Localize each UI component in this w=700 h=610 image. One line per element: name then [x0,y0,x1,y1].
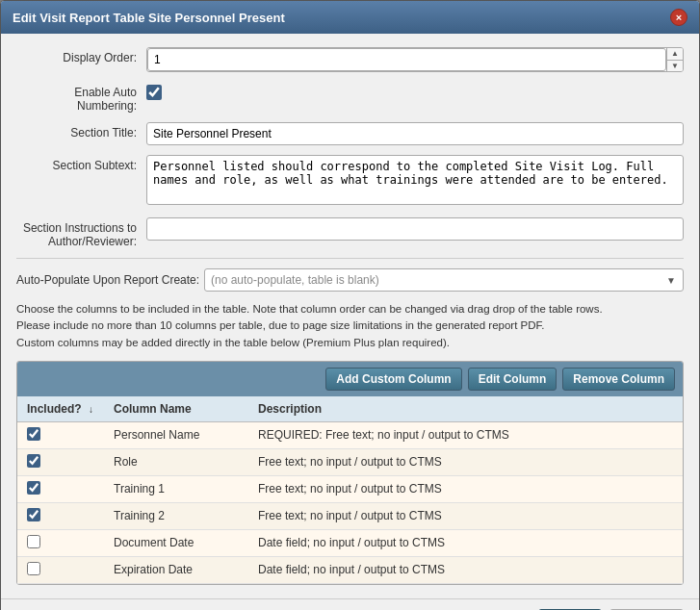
dialog-container: Edit Visit Report Table Site Personnel P… [0,0,700,610]
columns-table: Included? ↓ Column Name Description Pers… [17,396,683,584]
row-column-name-4: Document Date [104,529,248,556]
col-header-description: Description [248,396,683,422]
section-subtext-control: Personnel listed should correspond to th… [146,155,684,208]
section-subtext-input[interactable]: Personnel listed should correspond to th… [146,155,684,205]
section-title-label: Section Title: [16,122,146,140]
section-title-row: Section Title: [16,122,684,145]
enable-auto-numbering-control [146,82,684,103]
table-row: Training 1Free text; no input / output t… [17,475,683,502]
section-instructions-input[interactable] [146,217,684,241]
col-header-included: Included? ↓ [17,396,104,422]
table-header-row: Included? ↓ Column Name Description [17,396,683,422]
spinner-up[interactable]: ▲ [667,48,683,61]
row-included-cell-3 [17,502,104,529]
auto-populate-label: Auto-Populate Upon Report Create: [16,273,204,287]
display-order-input[interactable] [147,48,666,71]
sort-icon: ↓ [89,404,93,415]
row-included-cell-2 [17,475,104,502]
row-description-2: Free text; no input / output to CTMS [248,475,683,502]
col-header-name: Column Name [104,396,248,422]
row-included-cell-4 [17,529,104,556]
spinner-down[interactable]: ▼ [667,61,683,72]
spinner-arrows: ▲ ▼ [666,48,683,71]
row-checkbox-4[interactable] [27,535,40,548]
section-subtext-label: Section Subtext: [16,155,146,172]
section-title-input[interactable] [146,122,684,145]
section-instructions-control [146,217,684,241]
row-checkbox-1[interactable] [27,454,40,468]
display-order-control: ▲ ▼ [146,47,684,72]
enable-auto-numbering-checkbox[interactable] [146,85,162,100]
table-row: RoleFree text; no input / output to CTMS [17,448,683,475]
row-description-1: Free text; no input / output to CTMS [248,448,683,475]
row-description-5: Date field; no input / output to CTMS [248,556,683,583]
table-row: Personnel NameREQUIRED: Free text; no in… [17,421,683,448]
display-order-spinner: ▲ ▼ [146,47,684,72]
table-row: Expiration DateDate field; no input / ou… [17,556,683,583]
col-header-name-label: Column Name [114,402,192,416]
col-header-included-label: Included? [27,402,82,416]
table-row: Training 2Free text; no input / output t… [17,502,683,529]
row-column-name-3: Training 2 [104,502,248,529]
auto-populate-select[interactable]: (no auto-populate, table is blank) [204,268,684,292]
divider [16,258,684,259]
row-included-cell-0 [17,421,104,448]
row-column-name-1: Role [104,448,248,475]
table-body: Personnel NameREQUIRED: Free text; no in… [17,421,683,583]
table-toolbar: Add Custom Column Edit Column Remove Col… [17,362,683,396]
row-included-cell-1 [17,448,104,475]
row-checkbox-0[interactable] [27,427,40,441]
row-checkbox-3[interactable] [27,508,40,521]
section-subtext-row: Section Subtext: Personnel listed should… [16,155,684,208]
dialog-footer: Save Cancel [1,598,699,610]
col-header-description-label: Description [258,402,322,416]
edit-column-button[interactable]: Edit Column [468,368,557,391]
row-column-name-0: Personnel Name [104,421,248,448]
row-column-name-5: Expiration Date [104,556,248,583]
dialog-body: Display Order: ▲ ▼ Enable Auto Numbering… [1,34,699,598]
enable-auto-numbering-row: Enable Auto Numbering: [16,82,684,113]
row-description-3: Free text; no input / output to CTMS [248,502,683,529]
display-order-row: Display Order: ▲ ▼ [16,47,684,72]
enable-auto-numbering-label: Enable Auto Numbering: [16,82,146,113]
row-included-cell-5 [17,556,104,583]
row-checkbox-5[interactable] [27,562,40,575]
auto-populate-wrapper: (no auto-populate, table is blank) ▼ [204,268,684,292]
row-description-0: REQUIRED: Free text; no input / output t… [248,421,683,448]
section-instructions-row: Section Instructions to Author/Reviewer: [16,217,684,248]
section-instructions-label: Section Instructions to Author/Reviewer: [16,217,146,248]
info-text: Choose the columns to be included in the… [16,301,684,351]
row-column-name-2: Training 1 [104,475,248,502]
row-checkbox-2[interactable] [27,481,40,495]
table-section: Add Custom Column Edit Column Remove Col… [16,361,684,585]
row-description-4: Date field; no input / output to CTMS [248,529,683,556]
dialog-header: Edit Visit Report Table Site Personnel P… [1,1,699,34]
auto-populate-row: Auto-Populate Upon Report Create: (no au… [16,268,684,292]
table-row: Document DateDate field; no input / outp… [17,529,683,556]
remove-column-button[interactable]: Remove Column [562,368,675,391]
section-title-control [146,122,684,145]
dialog-title: Edit Visit Report Table Site Personnel P… [13,11,285,25]
table-header: Included? ↓ Column Name Description [17,396,683,422]
add-custom-column-button[interactable]: Add Custom Column [325,368,461,391]
close-button[interactable]: × [670,9,687,26]
display-order-label: Display Order: [16,47,146,64]
